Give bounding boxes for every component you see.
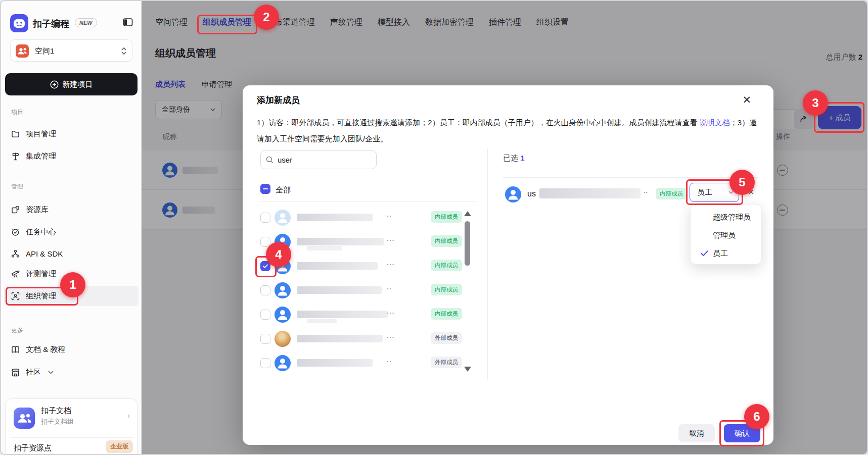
select-all-checkbox[interactable]	[260, 184, 270, 194]
chevron-right-icon: ›	[127, 411, 130, 420]
check-icon	[701, 250, 708, 257]
blurred-name-line2	[307, 246, 342, 250]
card-divider	[10, 437, 134, 438]
truncation-dots: ··	[387, 212, 392, 220]
coze-logo	[10, 14, 28, 32]
search-icon	[266, 156, 273, 164]
book-icon	[11, 345, 20, 354]
coze-docs-card[interactable]: 扣子文档 扣子文档组 › 扣子资源点 企业版	[5, 398, 138, 455]
selected-divider	[503, 177, 758, 178]
modal-close-icon[interactable]: ✕	[742, 94, 751, 106]
truncation-dots: ··	[387, 285, 392, 292]
docs-card-title: 扣子文档	[41, 406, 71, 416]
user-list-item[interactable]: ··· 内部成员	[260, 230, 483, 254]
sidebar-item-docs-tutorials[interactable]: 文档 & 教程	[4, 339, 139, 360]
sidebar-item-project-mgmt[interactable]: 项目管理	[4, 124, 139, 144]
user-checkbox[interactable]	[260, 334, 270, 344]
list-divider	[260, 201, 476, 201]
scrollbar-thumb[interactable]	[465, 221, 470, 266]
workspace-avatar	[16, 44, 29, 58]
user-avatar	[505, 186, 521, 203]
blurred-name	[297, 286, 382, 294]
user-list-item[interactable]: ·· 内部成员	[260, 278, 483, 302]
role-dropdown-menu: 超级管理员 管理员 员工	[690, 204, 762, 265]
blurred-name-line2	[307, 319, 337, 323]
indeterminate-icon	[262, 185, 269, 192]
selected-user-prefix: us	[527, 189, 536, 198]
blurred-name	[297, 335, 383, 342]
app-window: 空间管理 组织成员管理 发布渠道管理 声纹管理 模型接入 数据加密管理 插件管理…	[0, 0, 868, 455]
user-checkbox[interactable]	[260, 358, 270, 368]
plus-circle-icon	[50, 80, 59, 89]
user-avatar	[275, 307, 291, 323]
role-option-employee[interactable]: 员工	[691, 244, 762, 263]
cancel-button[interactable]: 取消	[678, 424, 715, 442]
truncation-dots: ···	[387, 309, 395, 317]
collapse-sidebar-icon[interactable]	[123, 17, 133, 27]
section-label-projects: 项目	[11, 108, 23, 117]
user-list-item[interactable]: ··· 内部成员	[260, 302, 483, 327]
membership-badge: 内部成员	[431, 284, 462, 295]
chevron-down-icon	[48, 371, 54, 374]
blurred-name	[297, 359, 373, 367]
membership-badge: 外部成员	[431, 357, 462, 368]
annotation-step-2: 2	[254, 5, 279, 30]
task-clock-icon	[11, 228, 20, 236]
workspace-selector[interactable]: 空间1	[10, 39, 132, 62]
sidebar: 扣子编程 NEW 空间1 新建项目 项目 项目管理 集成管理 管理	[1, 1, 142, 455]
user-checkbox[interactable]	[260, 213, 270, 223]
user-avatar	[275, 355, 291, 371]
modal-user-search[interactable]	[260, 150, 377, 169]
user-list-item[interactable]: ·· 外部成员	[260, 351, 483, 375]
enterprise-badge: 企业版	[106, 440, 133, 453]
blurred-name	[297, 262, 378, 270]
annotation-step-5: 5	[729, 170, 755, 195]
role-option-admin[interactable]: 管理员	[691, 226, 762, 245]
membership-badge: 内部成员	[431, 235, 462, 247]
scroll-down-icon[interactable]	[464, 367, 471, 372]
select-all-label: 全部	[276, 185, 291, 195]
add-member-modal: 添加新成员 ✕ 1）访客：即外部成员，可直接通过搜索邀请添加；2）员工：即内部成…	[243, 85, 773, 445]
user-list-item[interactable]: ··· 外部成员	[260, 327, 483, 351]
app-title: 扣子编程	[33, 18, 69, 30]
user-checkbox[interactable]	[260, 285, 270, 295]
new-badge: NEW	[75, 18, 97, 27]
membership-badge: 内部成员	[656, 188, 687, 199]
api-nodes-icon	[11, 249, 20, 258]
selected-count: 已选 1	[503, 154, 525, 163]
sidebar-item-api-sdk[interactable]: API & SDK	[4, 243, 139, 264]
truncation-dots: ··	[387, 358, 392, 365]
scroll-up-icon[interactable]	[464, 211, 471, 216]
docs-link[interactable]: 说明文档	[700, 118, 730, 127]
user-list-item[interactable]: ·· 内部成员	[260, 206, 483, 230]
sidebar-item-task-center[interactable]: 任务中心	[4, 222, 139, 242]
membership-badge: 内部成员	[431, 308, 462, 320]
user-avatar	[275, 210, 291, 226]
selected-count-value: 1	[520, 154, 524, 162]
truncation-dots: ···	[387, 236, 395, 244]
truncation-dots: ···	[387, 261, 395, 268]
docs-card-subtitle: 扣子文档组	[41, 417, 74, 426]
docs-group-avatar	[14, 408, 35, 429]
user-checkbox[interactable]	[260, 310, 270, 320]
role-option-super-admin[interactable]: 超级管理员	[691, 208, 762, 227]
signpost-icon	[11, 152, 20, 161]
sidebar-item-community[interactable]: 社区	[4, 362, 139, 382]
truncation-dots: ···	[387, 333, 395, 341]
workspace-name: 空间1	[35, 46, 54, 56]
annotation-step-1: 1	[60, 272, 85, 297]
user-avatar	[275, 282, 291, 298]
user-list-item[interactable]: ··· 内部成员	[260, 254, 483, 278]
modal-title: 添加新成员	[257, 94, 300, 106]
sidebar-item-integration-mgmt[interactable]: 集成管理	[4, 146, 139, 166]
new-project-button[interactable]: 新建项目	[5, 73, 138, 95]
membership-badge: 内部成员	[431, 211, 462, 223]
blurred-name	[297, 238, 384, 245]
section-label-admin: 管理	[11, 182, 23, 191]
annotation-step-4: 4	[266, 242, 291, 267]
sidebar-item-resource-lib[interactable]: 资源库	[4, 199, 139, 220]
blurred-name	[297, 311, 388, 318]
annotation-step-6: 6	[744, 404, 769, 429]
modal-search-input[interactable]	[278, 156, 363, 164]
telescope-icon	[11, 270, 20, 278]
